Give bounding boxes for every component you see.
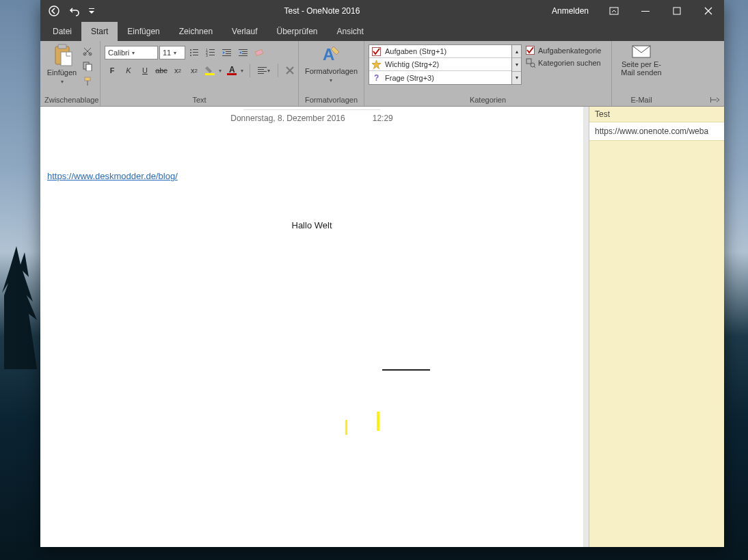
gallery-down-button[interactable]: ▾ (512, 58, 521, 71)
ribbon-display-options-button[interactable] (598, 0, 630, 22)
strikethrough-button[interactable]: abc (154, 63, 169, 78)
content-hyperlink[interactable]: https://www.deskmodder.de/blog/ (47, 171, 178, 181)
svg-point-0 (49, 6, 59, 16)
page-tab-onenote-url[interactable]: https://www.onenote.com/weba (589, 122, 724, 141)
svg-rect-3 (641, 11, 650, 12)
page-tab-test[interactable]: Test (589, 107, 724, 122)
maximize-button[interactable] (661, 0, 693, 22)
highlight-icon (205, 65, 219, 76)
indent-icon (239, 48, 248, 57)
bullets-icon (189, 48, 199, 57)
ribbon: Einfügen▾ Zwischenablage Calibri▾ 11▾ 12… (40, 41, 724, 107)
highlight-button[interactable]: ▾ (203, 63, 224, 78)
window-title: Test - OneNote 2016 (102, 6, 542, 16)
close-button[interactable] (693, 0, 724, 22)
font-color-button[interactable]: A▾ (225, 63, 245, 78)
svg-rect-15 (193, 49, 198, 50)
group-label-styles: Formatvorlagen (303, 94, 360, 106)
svg-rect-41 (258, 73, 264, 74)
group-styles: A Formatvorlagen▾ Formatvorlagen (299, 41, 364, 106)
group-email: Seite per E-Mail senden E-Mail (612, 41, 671, 106)
highlight-mark-2 (345, 420, 347, 435)
qat-customize-button[interactable] (88, 4, 95, 18)
tab-einfuegen[interactable]: Einfügen (118, 22, 169, 41)
increase-indent-button[interactable] (236, 45, 251, 60)
category-aufgaben[interactable]: Aufgaben (Strg+1) (369, 45, 511, 58)
outdent-icon (222, 48, 232, 57)
superscript-button[interactable]: x2 (187, 63, 202, 78)
onenote-window: Test - OneNote 2016 Anmelden Datei Start… (40, 0, 724, 547)
svg-point-14 (190, 49, 191, 51)
format-painter-button[interactable] (81, 75, 94, 88)
chevron-down-icon: ▾ (219, 68, 222, 74)
decrease-indent-button[interactable] (219, 45, 235, 60)
search-categories-button[interactable]: Kategorien suchen (526, 58, 601, 68)
tab-ansicht[interactable]: Ansicht (328, 22, 373, 41)
svg-rect-46 (526, 59, 531, 64)
group-categories: Aufgaben (Strg+1) Wichtig (Strg+2) ? Fra… (364, 41, 612, 106)
bold-button[interactable]: F (105, 63, 120, 78)
category-wichtig[interactable]: Wichtig (Strg+2) (369, 58, 511, 71)
group-clipboard: Einfügen▾ Zwischenablage (40, 41, 101, 106)
checkbox-icon (526, 46, 535, 55)
scissors-icon (83, 46, 92, 56)
clipboard-icon (51, 44, 73, 67)
minimize-button[interactable] (630, 0, 661, 22)
svg-rect-4 (673, 8, 680, 14)
subscript-button[interactable]: x2 (170, 63, 185, 78)
delete-x-icon (285, 66, 295, 75)
svg-rect-1 (89, 8, 94, 9)
delete-button[interactable] (282, 63, 297, 78)
category-frage[interactable]: ? Frage (Strg+3) (369, 71, 511, 84)
cut-button[interactable] (81, 45, 94, 57)
search-tags-icon (526, 58, 535, 68)
group-label-clipboard: Zwischenablage (44, 94, 96, 106)
underline-button[interactable]: U (137, 63, 152, 78)
tab-ueberpruefen[interactable]: Überprüfen (267, 22, 327, 41)
eraser-icon (254, 48, 265, 57)
align-button[interactable]: ▾ (254, 63, 273, 78)
styles-button[interactable]: A Formatvorlagen▾ (303, 42, 360, 85)
drawn-line (382, 369, 430, 371)
category-gallery-scroll: ▴ ▾ ▾ (512, 44, 522, 85)
font-size-combo[interactable]: 11▾ (159, 46, 185, 59)
signin-button[interactable]: Anmelden (542, 6, 598, 16)
tab-start[interactable]: Start (81, 22, 118, 41)
copy-button[interactable] (81, 60, 94, 72)
svg-rect-38 (258, 67, 267, 68)
paste-button[interactable]: Einfügen▾ (44, 42, 79, 86)
tab-verlauf[interactable]: Verlauf (222, 22, 267, 41)
email-page-button[interactable]: Seite per E-Mail senden (616, 42, 667, 77)
page-scrollbar[interactable] (583, 107, 589, 547)
pin-icon (710, 96, 720, 103)
svg-rect-40 (258, 71, 267, 72)
page-time: 12:29 (373, 114, 393, 123)
undo-button[interactable] (68, 4, 81, 18)
numbering-icon: 123 (206, 48, 215, 57)
tab-datei[interactable]: Datei (43, 22, 81, 41)
group-label-categories: Kategorien (369, 94, 607, 106)
highlight-mark-1 (377, 412, 379, 431)
gallery-up-button[interactable]: ▴ (512, 45, 521, 58)
titlebar: Test - OneNote 2016 Anmelden (40, 0, 724, 22)
italic-button[interactable]: K (121, 63, 136, 78)
numbering-button[interactable]: 123 (203, 45, 218, 60)
bullets-button[interactable] (187, 45, 202, 60)
collapse-ribbon-button[interactable] (710, 96, 720, 103)
content-area: Donnerstag, 8. Dezember 2016 12:29 https… (40, 107, 724, 547)
note-page[interactable]: Donnerstag, 8. Dezember 2016 12:29 https… (40, 107, 583, 547)
svg-rect-31 (242, 51, 248, 52)
checkbox-icon (372, 47, 381, 56)
back-button[interactable] (47, 4, 61, 18)
clear-formatting-button[interactable] (252, 45, 267, 60)
svg-rect-28 (226, 53, 231, 54)
gallery-more-button[interactable]: ▾ (512, 72, 521, 84)
svg-text:3: 3 (206, 53, 208, 57)
task-category-button[interactable]: Aufgabenkategorie (526, 46, 601, 55)
font-color-icon: A (227, 65, 241, 76)
svg-rect-35 (205, 73, 215, 75)
content-text-hello: Hallo Welt (291, 220, 332, 230)
font-family-combo[interactable]: Calibri▾ (105, 46, 158, 59)
tab-zeichnen[interactable]: Zeichnen (170, 22, 222, 41)
quick-access-toolbar (40, 4, 102, 18)
